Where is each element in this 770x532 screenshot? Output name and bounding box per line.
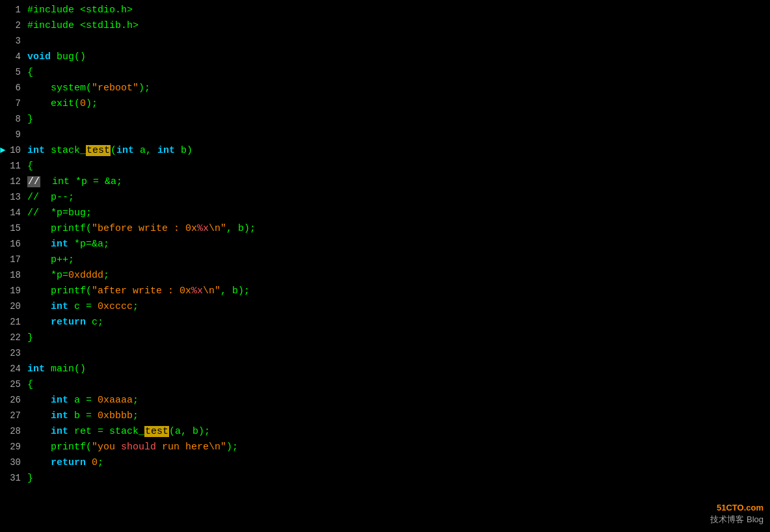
line-number: 30 (0, 456, 27, 470)
line-number: 31 (0, 472, 27, 486)
line-number: 21 (0, 315, 27, 330)
line-content: int c = 0xcccc; (27, 299, 139, 314)
code-line-3: 3 (0, 34, 770, 49)
code-line-27: 27 int b = 0xbbbb; (0, 408, 770, 424)
line-number: 24 (0, 362, 27, 377)
line-number: 29 (0, 440, 27, 455)
code-line-10: ► 10 int stack_test(int a, int b) (0, 143, 770, 159)
line-number: 3 (0, 34, 27, 49)
line-content: // int *p = &a; (27, 174, 122, 189)
code-line-11: 11 { (0, 159, 770, 174)
code-line-8: 8 } (0, 112, 770, 127)
line-number: 4 (0, 50, 27, 64)
line-number: 7 (0, 97, 27, 111)
line-content: int main() (27, 362, 86, 377)
code-line-19: 19 printf("after write : 0x%x\n", b); (0, 284, 770, 299)
code-line-5: 5 { (0, 65, 770, 81)
line-content: } (27, 330, 33, 345)
line-content: { (27, 159, 33, 174)
line-number: 25 (0, 378, 27, 392)
line-number: 15 (0, 222, 27, 236)
code-line-2: 2 #include <stdlib.h> (0, 18, 770, 34)
line-content: int b = 0xbbbb; (27, 408, 139, 423)
code-line-30: 30 return 0; (0, 455, 770, 471)
line-number: 26 (0, 393, 27, 408)
line-content: int *p=&a; (27, 237, 109, 252)
code-line-23: 23 (0, 346, 770, 362)
line-content: { (27, 65, 33, 80)
code-line-9: 9 (0, 127, 770, 143)
line-content (27, 346, 33, 361)
line-number: 13 (0, 191, 27, 205)
line-content: #include <stdio.h> (27, 3, 133, 18)
code-line-21: 21 return c; (0, 315, 770, 330)
line-content: } (27, 112, 33, 127)
line-content: return c; (27, 315, 103, 330)
line-number: 20 (0, 300, 27, 314)
line-content: *p=0xdddd; (27, 268, 109, 283)
line-content: #include <stdlib.h> (27, 18, 139, 33)
line-number: 9 (0, 128, 27, 142)
line-content (27, 34, 33, 49)
code-line-14: 14 // *p=bug; (0, 206, 770, 221)
line-content: p++; (27, 252, 74, 267)
line-content: printf("after write : 0x%x\n", b); (27, 284, 250, 299)
line-number: 18 (0, 269, 27, 283)
watermark-site: 51CTO.com (710, 502, 763, 514)
code-line-6: 6 system("reboot"); (0, 81, 770, 96)
code-line-7: 7 exit(0); (0, 96, 770, 112)
code-editor: 1 #include <stdio.h> 2 #include <stdlib.… (0, 0, 770, 532)
line-number: 28 (0, 425, 27, 439)
line-content: printf("you should run here\n"); (27, 440, 238, 455)
line-content: { (27, 377, 33, 392)
code-line-17: 17 p++; (0, 252, 770, 268)
code-line-29: 29 printf("you should run here\n"); (0, 440, 770, 455)
line-content: exit(0); (27, 96, 98, 111)
line-number: 23 (0, 347, 27, 361)
line-content: system("reboot"); (27, 81, 150, 96)
code-line-1: 1 #include <stdio.h> (0, 3, 770, 18)
line-content: } (27, 471, 33, 486)
watermark-sub: 技术博客 Blog (710, 514, 763, 525)
watermark: 51CTO.com 技术博客 Blog (710, 502, 763, 525)
line-number: 17 (0, 253, 27, 267)
line-number: 14 (0, 206, 27, 220)
line-number: 8 (0, 113, 27, 127)
code-line-31: 31 } (0, 471, 770, 486)
line-number: 19 (0, 284, 27, 299)
line-content: void bug() (27, 49, 86, 64)
line-number: 16 (0, 237, 27, 252)
code-line-24: 24 int main() (0, 362, 770, 377)
code-line-18: 18 *p=0xdddd; (0, 268, 770, 284)
line-content: printf("before write : 0x%x\n", b); (27, 221, 256, 236)
code-line-13: 13 // p--; (0, 190, 770, 206)
code-line-16: 16 int *p=&a; (0, 237, 770, 252)
line-content: return 0; (27, 455, 103, 470)
line-number: 12 (0, 175, 27, 189)
line-content: int ret = stack_test(a, b); (27, 424, 210, 439)
code-line-20: 20 int c = 0xcccc; (0, 299, 770, 315)
code-line-25: 25 { (0, 377, 770, 393)
line-number: 2 (0, 19, 27, 33)
code-line-12: 12 // int *p = &a; (0, 174, 770, 190)
line-content: // p--; (27, 190, 74, 205)
line-number: 27 (0, 409, 27, 423)
line-content: int a = 0xaaaa; (27, 393, 139, 408)
line-content (27, 127, 33, 142)
code-line-26: 26 int a = 0xaaaa; (0, 393, 770, 408)
code-line-15: 15 printf("before write : 0x%x\n", b); (0, 221, 770, 237)
line-number: 5 (0, 66, 27, 80)
line-number: 22 (0, 331, 27, 345)
line-content: // *p=bug; (27, 206, 92, 220)
line-content: int stack_test(int a, int b) (27, 143, 192, 158)
code-line-4: 4 void bug() (0, 49, 770, 65)
code-line-28: 28 int ret = stack_test(a, b); (0, 424, 770, 440)
code-line-22: 22 } (0, 330, 770, 346)
line-number: 6 (0, 81, 27, 96)
line-number: 11 (0, 159, 27, 174)
line-number: 1 (0, 3, 27, 18)
